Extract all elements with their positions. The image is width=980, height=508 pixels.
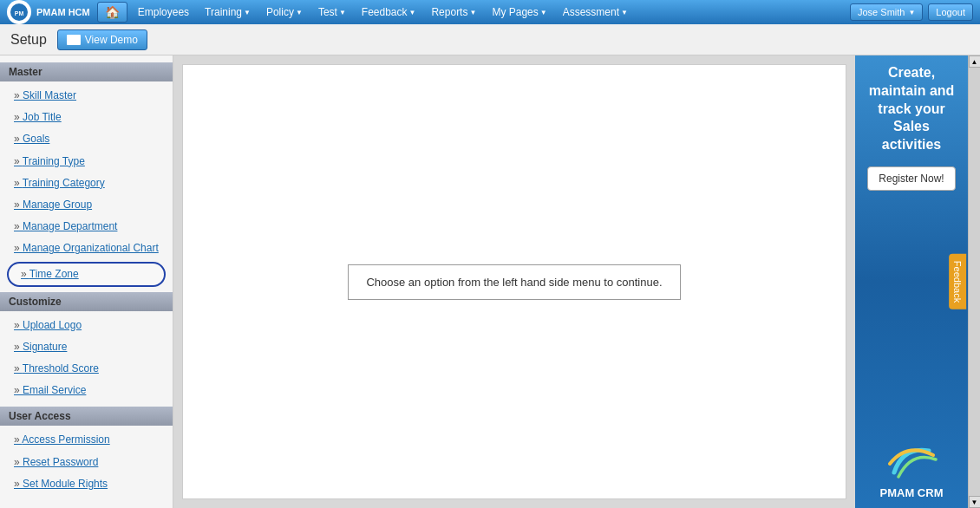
right-sidebar-ad: Create, maintain and track your Sales ac… bbox=[855, 55, 968, 508]
customize-header: Customize bbox=[0, 292, 173, 311]
sidebar-item-set-module-rights[interactable]: Set Module Rights bbox=[0, 473, 173, 495]
choose-message: Choose an option from the left hand side… bbox=[366, 276, 662, 289]
nav-items: Employees Training ▼ Policy ▼ Test ▼ Fee… bbox=[131, 3, 850, 22]
user-access-section: User Access Access Permission Reset Pass… bbox=[0, 407, 173, 495]
user-area: Jose Smith ▼ Logout bbox=[850, 3, 973, 21]
nav-item-feedback[interactable]: Feedback ▼ bbox=[355, 3, 423, 22]
sidebar-item-email-service[interactable]: Email Service bbox=[0, 380, 173, 401]
top-navigation: PM PMAM HCM 🏠 Employees Training ▼ Polic… bbox=[0, 0, 980, 24]
setup-bar: Setup View Demo bbox=[0, 24, 980, 55]
sidebar-item-goals[interactable]: Goals bbox=[0, 128, 173, 150]
setup-title: Setup bbox=[10, 32, 47, 48]
customize-section: Customize Upload Logo Signature Threshol… bbox=[0, 292, 173, 402]
crm-logo-area: PMAM CRM bbox=[880, 438, 944, 499]
home-button[interactable]: 🏠 bbox=[97, 2, 127, 23]
ad-title: Create, maintain and track your Sales ac… bbox=[862, 64, 961, 154]
feedback-tab[interactable]: Feedback bbox=[949, 254, 966, 309]
sidebar-item-training-category[interactable]: Training Category bbox=[0, 173, 173, 194]
sidebar-item-upload-logo[interactable]: Upload Logo bbox=[0, 315, 173, 336]
sidebar-item-reset-password[interactable]: Reset Password bbox=[0, 452, 173, 473]
sidebar: Master Skill Master Job Title Goals Trai… bbox=[0, 55, 173, 508]
nav-item-policy[interactable]: Policy ▼ bbox=[259, 3, 310, 22]
logo-text: PMAM HCM bbox=[36, 7, 90, 17]
sidebar-item-training-type[interactable]: Training Type bbox=[0, 151, 173, 173]
user-name: Jose Smith bbox=[858, 7, 905, 17]
sidebar-item-access-permission[interactable]: Access Permission bbox=[0, 429, 173, 451]
svg-text:PM: PM bbox=[15, 10, 24, 16]
sidebar-item-signature[interactable]: Signature bbox=[0, 336, 173, 358]
main-area: Master Skill Master Job Title Goals Trai… bbox=[0, 55, 980, 508]
master-header: Master bbox=[0, 62, 173, 81]
crm-text: PMAM CRM bbox=[880, 486, 944, 499]
content-box: Choose an option from the left hand side… bbox=[182, 64, 846, 499]
scroll-up-button[interactable]: ▲ bbox=[969, 55, 981, 68]
nav-item-test[interactable]: Test ▼ bbox=[311, 3, 353, 22]
view-demo-label: View Demo bbox=[85, 34, 138, 46]
nav-item-reports[interactable]: Reports ▼ bbox=[424, 3, 483, 22]
sidebar-item-manage-group[interactable]: Manage Group bbox=[0, 194, 173, 216]
user-access-header: User Access bbox=[0, 407, 173, 426]
user-dropdown-arrow: ▼ bbox=[908, 9, 915, 16]
scroll-down-button[interactable]: ▼ bbox=[969, 496, 981, 508]
nav-item-training[interactable]: Training ▼ bbox=[198, 3, 258, 22]
register-now-button[interactable]: Register Now! bbox=[867, 166, 955, 191]
nav-item-employees[interactable]: Employees bbox=[131, 3, 196, 22]
crm-swish-icon bbox=[885, 438, 938, 481]
demo-icon bbox=[67, 35, 81, 45]
sidebar-item-manage-org-chart[interactable]: Manage Organizational Chart bbox=[0, 238, 173, 259]
choose-message-box: Choose an option from the left hand side… bbox=[348, 264, 680, 300]
sidebar-item-threshold-score[interactable]: Threshold Score bbox=[0, 358, 173, 380]
nav-item-mypages[interactable]: My Pages ▼ bbox=[485, 3, 553, 22]
sidebar-item-skill-master[interactable]: Skill Master bbox=[0, 85, 173, 107]
user-dropdown[interactable]: Jose Smith ▼ bbox=[850, 3, 923, 21]
nav-item-assessment[interactable]: Assessment ▼ bbox=[556, 3, 635, 22]
view-demo-button[interactable]: View Demo bbox=[57, 29, 147, 50]
master-section: Master Skill Master Job Title Goals Trai… bbox=[0, 62, 173, 287]
logo-area: PM PMAM HCM bbox=[7, 0, 90, 24]
sidebar-item-manage-department[interactable]: Manage Department bbox=[0, 216, 173, 238]
sidebar-item-job-title[interactable]: Job Title bbox=[0, 107, 173, 128]
logo-circle: PM bbox=[7, 0, 31, 24]
scroll-indicator: ▲ ▼ bbox=[968, 55, 980, 508]
logout-button[interactable]: Logout bbox=[928, 3, 973, 21]
center-content: Choose an option from the left hand side… bbox=[173, 55, 855, 508]
sidebar-item-time-zone[interactable]: Time Zone bbox=[7, 262, 166, 287]
